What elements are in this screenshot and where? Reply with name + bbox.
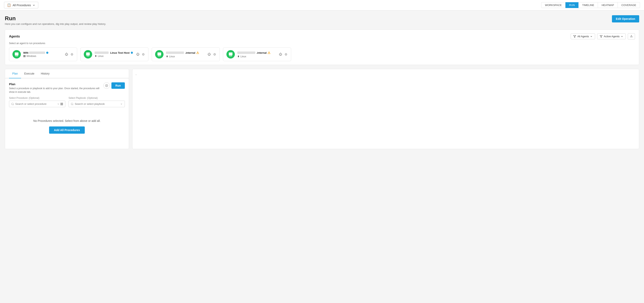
edit-operation-button[interactable]: Edit Operation <box>612 15 639 22</box>
filter-all-label: All Agents <box>577 35 589 38</box>
tab-heatmap[interactable]: HEATMAP <box>598 2 618 8</box>
page-content: Run Here you can configure and run opera… <box>0 10 644 149</box>
chevron-down-icon <box>590 35 592 38</box>
tab-workspace[interactable]: WORKSPACE <box>541 2 566 8</box>
no-procedures-text: No Procedures selected. Select from abov… <box>13 119 121 122</box>
procedure-search-input[interactable] <box>15 102 56 106</box>
svg-rect-9 <box>24 56 24 57</box>
download-icon <box>630 35 633 38</box>
agent-os: Windows <box>23 55 62 58</box>
agent-name-text: .internal <box>185 51 195 54</box>
search-icon <box>11 102 14 106</box>
agent-card[interactable]: WIN Windows ⏻ ⚙ <box>9 48 77 61</box>
linux-icon <box>237 55 240 58</box>
agent-os-text: Linux <box>98 55 104 58</box>
tab-timeline[interactable]: TIMELINE <box>578 2 598 8</box>
download-agents-button[interactable] <box>628 33 635 40</box>
filter-active-agents-button[interactable]: Active Agents <box>597 34 626 39</box>
agent-power-button[interactable]: ⏻ <box>136 52 140 56</box>
plan-title-block: Plan Select a procedure or playbook to a… <box>9 82 104 94</box>
svg-rect-31 <box>62 104 63 105</box>
agent-name: .internal ⚠ <box>166 51 205 55</box>
filter-icon <box>600 35 602 38</box>
filter-all-agents-button[interactable]: All Agents <box>571 34 595 39</box>
chevron-down-icon <box>621 35 623 38</box>
linux-icon <box>94 55 97 57</box>
search-icon <box>71 102 74 106</box>
tab-run[interactable]: RUN <box>566 2 578 8</box>
agent-name-text: .internal <box>256 51 267 54</box>
book-icon: 📋 <box>7 3 11 7</box>
agent-cards: WIN Windows ⏻ ⚙ <box>9 48 635 61</box>
agent-settings-button[interactable]: ⚙ <box>142 52 145 57</box>
svg-rect-10 <box>25 56 26 57</box>
agents-title: Agents <box>9 35 20 38</box>
svg-point-26 <box>12 103 14 104</box>
agent-settings-button[interactable]: ⚙ <box>70 52 74 57</box>
svg-rect-15 <box>158 52 161 56</box>
no-procedures-area: No Procedures selected. Select from abov… <box>9 107 125 142</box>
warning-icon: ⚠ <box>196 51 199 55</box>
run-button[interactable]: Run <box>112 82 125 89</box>
svg-rect-30 <box>61 104 62 105</box>
agent-power-button[interactable]: ⏻ <box>278 52 282 56</box>
agents-section: Agents All Agents Active Agents Select a… <box>5 30 639 65</box>
agent-card[interactable]: .internal ⚠ Linux ⏻ ⚙ <box>223 48 291 61</box>
agent-name-redacted <box>29 52 45 54</box>
procedures-dropdown[interactable]: 📋 All Procedures <box>4 2 38 8</box>
agent-power-button[interactable]: ⏻ <box>64 52 68 56</box>
right-panel: . <box>132 69 639 149</box>
avatar <box>84 50 92 58</box>
agent-info: WIN Windows <box>23 51 62 58</box>
chevron-down-icon <box>57 103 60 105</box>
filter-icon <box>573 35 576 38</box>
svg-line-27 <box>13 104 14 105</box>
svg-rect-7 <box>24 55 24 56</box>
grid-icon <box>60 102 63 106</box>
tab-coverage[interactable]: COVERAGE <box>618 2 640 8</box>
svg-marker-1 <box>600 35 602 38</box>
agent-name-text: Linux Test Host <box>110 51 130 54</box>
add-all-procedures-button[interactable]: Add All Procedures <box>49 126 84 134</box>
svg-rect-29 <box>62 103 63 104</box>
tab-bar: Plan Execute History <box>5 69 129 78</box>
procedure-selector-label: Select Procedure: (Optional) <box>9 96 65 100</box>
page-title: Run <box>5 15 106 22</box>
top-nav-left: 📋 All Procedures <box>4 2 38 8</box>
tab-plan[interactable]: Plan <box>9 69 21 78</box>
selector-icons <box>57 102 63 106</box>
x-icon <box>105 84 108 87</box>
agent-name-redacted <box>94 52 108 54</box>
svg-point-32 <box>71 103 73 104</box>
playbook-selector-input[interactable] <box>68 100 125 107</box>
top-nav-tabs: WORKSPACE RUN TIMELINE HEATMAP COVERAGE <box>541 2 640 8</box>
agent-os-text: Linux <box>240 55 246 58</box>
agent-os-text: Windows <box>26 55 36 58</box>
playbook-search-input[interactable] <box>75 102 119 106</box>
agent-card[interactable]: Linux Test Host Linux ⏻ ⚙ <box>80 48 148 61</box>
page-header: Run Here you can configure and run opera… <box>5 15 639 26</box>
selectors-row: Select Procedure: (Optional) <box>9 96 125 107</box>
agent-settings-button[interactable]: ⚙ <box>284 52 288 57</box>
right-panel-dot: . <box>136 72 136 76</box>
agent-settings-button[interactable]: ⚙ <box>213 52 216 57</box>
plan-header: Plan Select a procedure or playbook to a… <box>9 82 125 94</box>
agent-name: .internal ⚠ <box>237 51 276 55</box>
page-header-left: Run Here you can configure and run opera… <box>5 15 106 26</box>
agent-info: .internal ⚠ Linux <box>237 51 276 58</box>
top-nav: 📋 All Procedures WORKSPACE RUN TIMELINE … <box>0 0 644 10</box>
agent-os: Linux <box>166 55 205 58</box>
procedure-selector-input[interactable] <box>9 100 65 107</box>
main-area: Plan Execute History Plan Select a proce… <box>5 69 639 149</box>
procedure-selector-group: Select Procedure: (Optional) <box>9 96 65 107</box>
plan-actions: Run <box>104 82 125 89</box>
agent-name-redacted <box>166 52 184 54</box>
tab-history[interactable]: History <box>38 69 53 78</box>
agent-power-button[interactable]: ⏻ <box>207 52 211 56</box>
agent-card[interactable]: .internal ⚠ Linux ⏻ ⚙ <box>152 48 220 61</box>
tab-execute[interactable]: Execute <box>21 69 38 78</box>
svg-marker-0 <box>574 35 576 38</box>
plan-title: Plan <box>9 82 104 86</box>
playbook-selector-group: Select Playbook: (Optional) <box>68 96 125 107</box>
clear-button[interactable] <box>104 82 110 89</box>
